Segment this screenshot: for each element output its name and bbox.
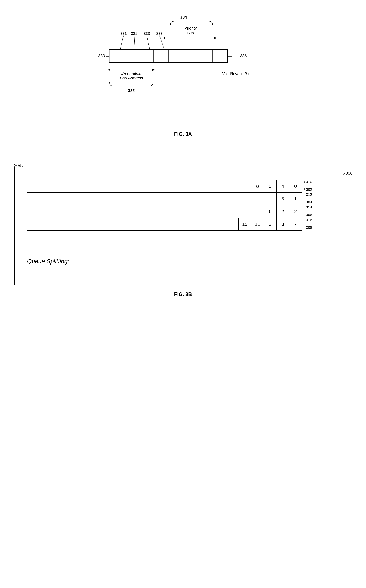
ref302-arrow: ╯ [303,188,305,192]
ref333a: 333 [143,31,150,36]
priority-arrow-left [163,37,165,39]
fig3a-title: FIG. 3A [0,127,366,137]
brace332-left [110,82,130,86]
valid-bit-label: Valid/Invalid Bit [222,71,249,76]
row1-cell1-val: 5 [281,196,284,202]
row2-cell2-val: 2 [281,209,284,214]
ref300-label: ↙300 [343,171,352,176]
fig3b-title-wrap: FIG. 3B [0,291,366,297]
ref304: 304 [306,200,312,204]
row0-cell4-val: 0 [294,184,297,189]
row0-cell1-val: 8 [256,184,259,189]
ref308: 308 [306,226,312,230]
ref330-label: 330 [98,54,105,58]
ref314: 314 [306,205,312,209]
row2-cell1-val: 6 [269,209,271,214]
priority-bits-label2: Bits [187,31,194,35]
ref332-label: 332 [128,88,135,93]
brace332-right [130,82,153,86]
dest-label1: Destination [121,71,141,76]
ref310-arrow: ╮ [303,180,305,183]
ref316: 316 [306,218,312,222]
row2-cell3-val: 2 [294,209,297,214]
row3-cell5-val: 7 [294,222,297,227]
ref334-label: 334 [180,15,187,19]
ref306: 306 [306,213,312,217]
ref331b: 331 [131,31,137,36]
tick333a [147,36,150,50]
fig3a-diagram: 334 Priority Bits 331 331 333 333 330 33… [92,13,274,123]
fig3b-section: 204 ⌐ ↙300 8 0 4 0 310 302 ╮ [14,167,352,285]
ref333b: 333 [156,31,162,36]
fig3a-title-text: FIG. 3A [174,131,192,137]
priority-arrow-right [214,37,217,39]
ref310: 310 [306,180,312,184]
fig3b-box: ↙300 8 0 4 0 310 302 ╮ ╯ [14,167,352,285]
spacer [0,137,366,167]
dest-arrow-left [108,69,110,71]
priority-bits-label: Priority [184,26,197,31]
ref331a: 331 [120,31,127,36]
queue-splitting-label: Queue Splitting: [27,258,339,265]
ref312: 312 [306,193,312,197]
fig3a-section: 334 Priority Bits 331 331 333 333 330 33… [0,0,366,127]
row0-cell2-val: 0 [269,184,271,189]
tick331b [134,36,135,50]
ref336-label: 336 [240,54,247,58]
tick331a [120,36,123,50]
row1-cell2-val: 1 [294,196,297,202]
dest-label2: Port Address [120,76,143,80]
row0-cell3-val: 4 [281,184,284,189]
queue-diagram: 8 0 4 0 310 302 ╮ ╯ 5 1 312 304 [27,180,340,252]
row3-cell2-val: 11 [255,222,260,227]
ref302: 302 [306,188,312,192]
row3-cell1-val: 15 [242,222,247,227]
fig3b-title: FIG. 3B [0,291,366,297]
dest-arrow-right [152,69,155,71]
row3-cell3-val: 3 [269,222,271,227]
row3-cell4-val: 3 [281,222,284,227]
